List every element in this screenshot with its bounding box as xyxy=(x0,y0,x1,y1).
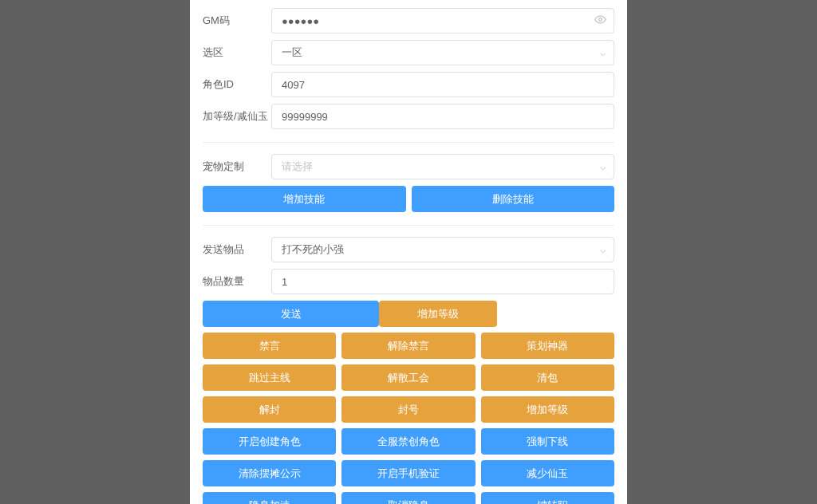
row-role-id: 角色ID xyxy=(203,72,614,97)
admin-panel: GM码 选区 一区 ⌵ 角色ID 加等级/减仙玉 宠 xyxy=(190,0,627,504)
enable-create-role-button[interactable]: 开启创建角色 xyxy=(203,428,336,455)
warning-row-2: 解封 封号 增加等级 xyxy=(203,396,614,423)
pet-select-wrap: 请选择 ⌵ xyxy=(271,154,614,179)
mute-button[interactable]: 禁言 xyxy=(203,333,336,359)
pet-select-placeholder: 请选择 xyxy=(282,159,313,174)
warning-row-1: 跳过主线 解散工会 清包 xyxy=(203,364,614,391)
level-input[interactable] xyxy=(271,104,614,129)
row-count: 物品数量 xyxy=(203,269,614,294)
primary-row-2: 隐身加速 取消隐身 一键转职 xyxy=(203,492,614,504)
row-item: 发送物品 打不死的小强 ⌵ xyxy=(203,237,614,262)
item-select-value: 打不死的小强 xyxy=(282,242,344,257)
reduce-jade-button[interactable]: 减少仙玉 xyxy=(481,460,614,486)
add-skill-button[interactable]: 增加技能 xyxy=(203,186,406,212)
svg-point-0 xyxy=(599,18,602,22)
row-level: 加等级/减仙玉 xyxy=(203,104,614,129)
change-job-button[interactable]: 一键转职 xyxy=(481,492,614,504)
divider xyxy=(203,142,614,143)
label-role-id: 角色ID xyxy=(203,77,271,92)
eye-icon[interactable] xyxy=(594,14,606,28)
label-item: 发送物品 xyxy=(203,242,271,257)
zone-select-value: 一区 xyxy=(282,45,302,60)
label-level: 加等级/减仙玉 xyxy=(203,109,271,124)
label-count: 物品数量 xyxy=(203,274,271,289)
gm-code-input-wrap xyxy=(271,8,614,33)
send-button[interactable]: 发送 xyxy=(203,301,379,327)
label-zone: 选区 xyxy=(203,45,271,60)
count-input-wrap xyxy=(271,269,614,294)
chevron-down-icon: ⌵ xyxy=(600,47,606,58)
cancel-invisible-button[interactable]: 取消隐身 xyxy=(341,492,475,504)
force-offline-button[interactable]: 强制下线 xyxy=(481,428,614,455)
enable-phone-verify-button[interactable]: 开启手机验证 xyxy=(341,460,475,486)
primary-row-0: 开启创建角色 全服禁创角色 强制下线 xyxy=(203,428,614,455)
plan-artifact-button[interactable]: 策划神器 xyxy=(481,333,614,359)
label-gm-code: GM码 xyxy=(203,14,271,28)
row-zone: 选区 一区 ⌵ xyxy=(203,40,614,65)
item-select-wrap: 打不死的小强 ⌵ xyxy=(271,237,614,262)
delete-skill-button[interactable]: 删除技能 xyxy=(412,186,615,212)
role-id-input-wrap xyxy=(271,72,614,97)
row-pet: 宠物定制 请选择 ⌵ xyxy=(203,154,614,179)
clear-bag-button[interactable]: 清包 xyxy=(481,364,614,391)
count-input[interactable] xyxy=(271,269,614,294)
gm-code-input[interactable] xyxy=(271,8,614,33)
invisible-speed-button[interactable]: 隐身加速 xyxy=(203,492,336,504)
primary-row-1: 清除摆摊公示 开启手机验证 减少仙玉 xyxy=(203,460,614,486)
add-level2-button[interactable]: 增加等级 xyxy=(481,396,614,423)
unban-button[interactable]: 解封 xyxy=(203,396,336,423)
row-gm-code: GM码 xyxy=(203,8,614,33)
label-pet: 宠物定制 xyxy=(203,159,271,174)
clear-stall-button[interactable]: 清除摆摊公示 xyxy=(203,460,336,486)
chevron-down-icon: ⌵ xyxy=(600,244,606,255)
skill-button-row: 增加技能 删除技能 xyxy=(203,186,614,212)
item-select[interactable]: 打不死的小强 ⌵ xyxy=(271,237,614,262)
warning-row-0: 禁言 解除禁言 策划神器 xyxy=(203,333,614,359)
pet-select[interactable]: 请选择 ⌵ xyxy=(271,154,614,179)
spacer xyxy=(497,301,614,327)
send-button-row: 发送 增加等级 xyxy=(203,301,614,327)
unmute-button[interactable]: 解除禁言 xyxy=(341,333,475,359)
divider xyxy=(203,225,614,226)
level-input-wrap xyxy=(271,104,614,129)
chevron-down-icon: ⌵ xyxy=(600,161,606,172)
add-level-button[interactable]: 增加等级 xyxy=(379,301,496,327)
zone-select-wrap: 一区 ⌵ xyxy=(271,40,614,65)
skip-main-button[interactable]: 跳过主线 xyxy=(203,364,336,391)
disable-create-role-button[interactable]: 全服禁创角色 xyxy=(341,428,475,455)
disband-guild-button[interactable]: 解散工会 xyxy=(341,364,475,391)
zone-select[interactable]: 一区 ⌵ xyxy=(271,40,614,65)
ban-button[interactable]: 封号 xyxy=(341,396,475,423)
role-id-input[interactable] xyxy=(271,72,614,97)
